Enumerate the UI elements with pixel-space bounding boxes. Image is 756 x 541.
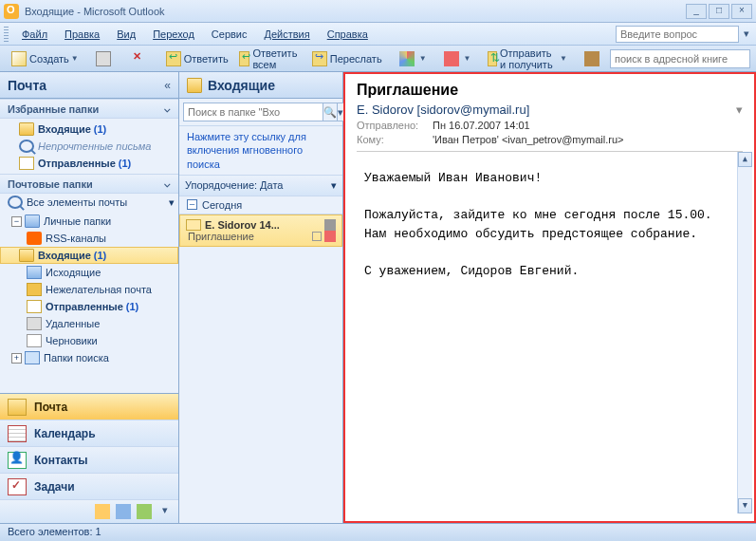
tree-item[interactable]: Отправленные(1) [0, 298, 178, 315]
menu-view[interactable]: Вид [109, 26, 143, 43]
toolbar: Создать ▼ Ответить Ответить всем Пересла… [0, 46, 756, 72]
grip-icon[interactable] [4, 27, 9, 42]
message-body: Уважаемый Иван Иванович! Пожалуйста, зай… [357, 152, 743, 513]
sort-dropdown-icon[interactable]: ▾ [331, 179, 337, 192]
tree-item[interactable]: RSS-каналы [0, 230, 178, 247]
sort-bar[interactable]: Упорядочение: Дата ▾ [179, 176, 342, 196]
main-area: Почта « Избранные папки ⌵ Входящие (1) Н… [0, 72, 756, 523]
reply-all-button[interactable]: Ответить всем [234, 48, 306, 69]
tree-item[interactable]: Черновики [0, 332, 178, 349]
scroll-up-button[interactable]: ▴ [738, 152, 752, 167]
address-book-button[interactable] [580, 48, 607, 69]
favorites-header[interactable]: Избранные папки ⌵ [0, 99, 178, 119]
new-mail-icon [11, 51, 27, 66]
message-list-pane: Входящие 🔍 ▾ Нажмите эту ссылку для вклю… [179, 72, 343, 523]
instant-search-hint[interactable]: Нажмите эту ссылку для включения мгновен… [179, 126, 342, 176]
categorize-button[interactable]: ▼ [395, 48, 432, 69]
folder-icon [25, 215, 40, 228]
scroll-down-button[interactable]: ▾ [738, 498, 752, 513]
collapse-icon[interactable]: − [187, 199, 197, 210]
tree-personal-folders[interactable]: − Личные папки [0, 213, 178, 230]
contacts-icon [8, 452, 27, 469]
unread-mail-icon [186, 219, 201, 231]
create-button[interactable]: Создать ▼ [7, 48, 83, 69]
address-book-icon [584, 51, 599, 66]
maximize-button[interactable]: □ [709, 4, 729, 19]
collapse-icon[interactable]: − [11, 216, 22, 227]
configure-buttons-icon[interactable]: ▾ [157, 504, 173, 519]
sender-dropdown-icon[interactable]: ▾ [736, 103, 743, 117]
shortcuts-icon[interactable] [137, 504, 152, 519]
print-button[interactable] [91, 48, 119, 69]
category-icon[interactable] [312, 232, 322, 241]
folder-icon [27, 232, 42, 245]
search-button[interactable]: 🔍 [323, 103, 338, 121]
print-icon [96, 51, 111, 66]
send-receive-icon [488, 51, 497, 66]
folder-list-icon[interactable] [116, 504, 131, 519]
favorite-unread[interactable]: Непрочтенные письма [0, 138, 178, 155]
message-header: Приглашение E. Sidorov [sidorov@mymail.r… [357, 82, 743, 152]
reply-button[interactable]: Ответить [161, 48, 233, 69]
inbox-header: Входящие [179, 72, 342, 99]
forward-icon [312, 51, 327, 66]
followup-flag-icon[interactable] [324, 231, 336, 242]
group-today[interactable]: − Сегодня [179, 196, 342, 215]
tree-item[interactable]: Удаленные [0, 315, 178, 332]
menu-edit[interactable]: Правка [57, 26, 107, 43]
flag-icon [444, 51, 459, 66]
menu-file[interactable]: Файл [14, 26, 55, 43]
address-search-input[interactable] [610, 49, 750, 68]
favorite-sent[interactable]: Отправленные (1) [0, 155, 178, 172]
favorite-inbox[interactable]: Входящие (1) [0, 121, 178, 138]
flag-icon[interactable] [324, 219, 336, 231]
nav-header: Почта « [0, 72, 178, 99]
nav-mail[interactable]: Почта [0, 394, 178, 420]
folder-icon [27, 334, 42, 347]
folder-tree: − Личные папки RSS-каналыВходящие(1)Исхо… [0, 211, 178, 368]
favorites-list: Входящие (1) Непрочтенные письма Отправл… [0, 119, 178, 174]
help-question-input[interactable] [616, 26, 739, 43]
message-sender: E. Sidorov [sidorov@mymail.ru] ▾ [357, 103, 743, 117]
title-bar: Входящие - Microsoft Outlook _ □ × [0, 0, 756, 23]
tree-item[interactable]: Входящие(1) [0, 247, 178, 264]
nav-calendar[interactable]: Календарь [0, 420, 178, 447]
nav-contacts[interactable]: Контакты [0, 447, 178, 474]
folder-icon [19, 157, 34, 170]
reply-icon [166, 51, 181, 66]
all-mail-items[interactable]: Все элементы почты ▾ [0, 194, 178, 211]
close-button[interactable]: × [731, 4, 752, 19]
message-item[interactable]: E. Sidorov 14... Приглашение [179, 215, 342, 247]
menu-bar: Файл Правка Вид Переход Сервис Действия … [0, 23, 756, 46]
nav-tasks[interactable]: Задачи [0, 474, 178, 500]
tree-item[interactable]: Нежелательная почта [0, 281, 178, 298]
folder-icon [187, 78, 202, 93]
menu-go[interactable]: Переход [145, 26, 202, 43]
categorize-icon [399, 51, 415, 66]
search-icon [19, 140, 34, 153]
folder-icon [19, 249, 34, 262]
sent-label: Отправлено: [357, 120, 433, 131]
dropdown-icon: ▾ [169, 196, 175, 209]
tree-search-folders[interactable]: + Папки поиска [0, 349, 178, 366]
minimize-button[interactable]: _ [686, 4, 707, 19]
menu-actions[interactable]: Действия [257, 26, 318, 43]
followup-button[interactable]: ▼ [439, 48, 476, 69]
delete-button[interactable] [126, 48, 154, 69]
expand-icon[interactable]: + [11, 353, 22, 364]
notes-icon[interactable] [95, 504, 110, 519]
forward-button[interactable]: Переслать [307, 48, 387, 69]
folder-search-input[interactable] [183, 103, 323, 121]
menu-tools[interactable]: Сервис [204, 26, 255, 43]
folder-icon [19, 122, 34, 136]
chevron-icon: ⌵ [164, 177, 171, 190]
help-dropdown-icon[interactable]: ▾ [741, 28, 752, 40]
address-search-dropdown[interactable]: ▼ [751, 48, 756, 69]
tree-item[interactable]: Исходящие [0, 264, 178, 281]
menu-help[interactable]: Справка [320, 26, 376, 43]
send-receive-button[interactable]: Отправить и получить ▼ [483, 48, 571, 69]
scrollbar[interactable]: ▴ ▾ [737, 152, 752, 513]
mail-folders-header[interactable]: Почтовые папки ⌵ [0, 174, 178, 194]
collapse-button[interactable]: « [164, 79, 171, 92]
window-title: Входящие - Microsoft Outlook [25, 6, 686, 17]
